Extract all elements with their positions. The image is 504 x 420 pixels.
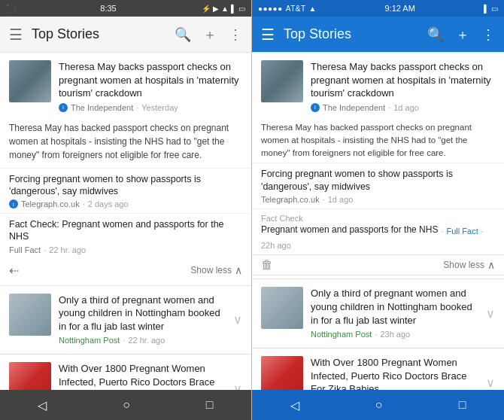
full-fact-link[interactable]: Full Fact [447, 227, 478, 236]
menu-icon-right[interactable]: ☰ [258, 23, 278, 47]
sub-story-1[interactable]: Forcing pregnant women to show passports… [0, 168, 251, 214]
story-group-1: Theresa May backs passport checks on pre… [0, 53, 251, 286]
story-thumb-lavrov [9, 60, 51, 102]
factcheck-title-right: Pregnant women and passports for the NHS [261, 224, 438, 236]
flu-source-right: Nottingham Post [311, 330, 372, 339]
story-content-right-1: Theresa May backs passport checks on pre… [311, 60, 495, 114]
main-story-1[interactable]: Theresa May backs passport checks on pre… [0, 53, 251, 121]
more-icon[interactable]: ⋮ [226, 23, 245, 46]
show-less-row[interactable]: Show less ∧ [190, 264, 242, 276]
chevron-down-flu-right[interactable]: ∨ [486, 306, 495, 321]
source-icon-right-1: i [311, 103, 320, 112]
sub-meta-right-1: Telegraph.co.uk · 1d ago [261, 195, 495, 204]
show-less-text: Show less [190, 265, 232, 275]
status-right-icons-left: ⚡ ▶ ▲ ▌ ▭ [202, 5, 245, 13]
app-bar-right: ☰ Top Stories 🔍 ＋ ⋮ [252, 17, 504, 53]
show-less-container-right: 🗑 Show less ∧ [252, 254, 504, 275]
zika-title-right: With Over 1800 Pregnant Women Infected, … [311, 356, 478, 390]
trash-icon[interactable]: 🗑 [261, 258, 273, 272]
main-story-right-1[interactable]: Theresa May backs passport checks on pre… [252, 53, 504, 121]
standalone-zika-right[interactable]: With Over 1800 Pregnant Women Infected, … [252, 348, 504, 390]
flu-meta-right: Nottingham Post · 23h ago [311, 330, 478, 339]
status-bar-right: ●●●●● AT&T ▲ 9:12 AM ▌ ▭ [252, 0, 504, 17]
home-button-right[interactable]: ○ [363, 392, 395, 418]
nav-bar-right: ◁ ○ □ [252, 390, 504, 420]
signal-right-icon: ▌ [484, 5, 489, 13]
menu-icon[interactable]: ☰ [6, 23, 26, 47]
sub-story-right-2[interactable]: Fact Check Pregnant women and passports … [252, 208, 504, 255]
standalone-flu[interactable]: Only a third of pregnant women and young… [0, 286, 251, 355]
story-title-1: Theresa May backs passport checks on pre… [59, 60, 242, 100]
back-button-left[interactable]: ◁ [26, 392, 59, 418]
home-button-left[interactable]: ○ [111, 392, 142, 418]
sub-meta-1: i Telegraph.co.uk · 2 days ago [9, 199, 242, 208]
sub-title-1: Forcing pregnant women to show passports… [9, 173, 242, 198]
sub-story-2[interactable]: Fact Check: Pregnant women and passports… [0, 213, 251, 259]
app-bar-actions-right: 🔍 ＋ ⋮ [424, 23, 498, 47]
more-icon-right[interactable]: ⋮ [478, 23, 498, 46]
square-button-right[interactable]: □ [447, 392, 478, 418]
content-left: Theresa May backs passport checks on pre… [0, 53, 251, 390]
app-title-left: Top Stories [32, 26, 172, 42]
source-name-1: The Independent [71, 103, 133, 112]
battery-right-icon: ▭ [491, 5, 498, 13]
story-body-right-1: Theresa May has backed passport checks o… [252, 121, 504, 163]
story-thumb-lavrov-right [261, 60, 303, 102]
sub-title-right-1: Forcing pregnant women to show passports… [261, 168, 495, 193]
show-less-right[interactable]: Show less ∧ [443, 259, 495, 271]
factcheck-label: Fact Check [261, 214, 303, 223]
story-time-right-1: 1d ago [393, 103, 419, 112]
thumb-flu-right [261, 287, 303, 329]
standalone-zika[interactable]: With Over 1800 Pregnant Women Infected, … [0, 355, 251, 390]
nav-bar-left: ◁ ○ □ [0, 390, 251, 420]
carrier-name: AT&T [286, 5, 306, 13]
thumb-zika-right [261, 356, 303, 390]
app-bar-left: ☰ Top Stories 🔍 ＋ ⋮ [0, 17, 251, 53]
signal-icon: ▌ [231, 5, 236, 13]
content-right: Theresa May backs passport checks on pre… [252, 53, 504, 390]
chevron-down-zika-right[interactable]: ∨ [486, 376, 495, 390]
add-icon[interactable]: ＋ [200, 23, 220, 47]
status-right-icons-right: ▌ ▭ [484, 5, 498, 13]
left-panel: ⬛ 8:35 ⚡ ▶ ▲ ▌ ▭ ☰ Top Stories 🔍 ＋ ⋮ The… [0, 0, 252, 420]
carrier-text: ●●●●● [258, 5, 283, 13]
square-button-left[interactable]: □ [194, 392, 226, 418]
time-right: 9:12 AM [384, 4, 414, 13]
time-left: 8:35 [100, 4, 116, 13]
sub-story-right-1[interactable]: Forcing pregnant women to show passports… [252, 163, 504, 208]
source-name-right-1: The Independent [323, 103, 385, 112]
story-group-right-1: Theresa May backs passport checks on pre… [252, 53, 504, 279]
chevron-down-zika[interactable]: ∨ [233, 382, 242, 390]
app-bar-actions-left: 🔍 ＋ ⋮ [172, 23, 245, 47]
search-icon-right[interactable]: 🔍 [424, 23, 447, 46]
share-icon[interactable]: ⇠ [9, 263, 19, 278]
flu-title-right: Only a third of pregnant women and young… [311, 287, 478, 327]
sub-meta-2: Full Fact · 22 hr. ago [9, 245, 242, 254]
right-panel: ●●●●● AT&T ▲ 9:12 AM ▌ ▭ ☰ Top Stories 🔍… [252, 0, 504, 420]
chevron-down-flu[interactable]: ∨ [233, 312, 242, 327]
notification-icon: ⬛ [6, 5, 15, 13]
sub-source-icon-1: i [9, 199, 18, 208]
zika-content-right: With Over 1800 Pregnant Women Infected, … [311, 356, 478, 390]
app-title-right: Top Stories [284, 26, 424, 42]
story-title-right-1: Theresa May backs passport checks on pre… [311, 60, 495, 100]
wifi-icon: ▲ [221, 5, 229, 13]
story-body-1: Theresa May has backed passport checks o… [0, 121, 251, 168]
battery-icon: ▭ [238, 5, 245, 13]
wifi-icon-right: ▲ [309, 5, 317, 13]
zika-content: With Over 1800 Pregnant Women Infected, … [59, 362, 226, 390]
status-left-icons: ⬛ [6, 5, 15, 13]
standalone-flu-right[interactable]: Only a third of pregnant women and young… [252, 279, 504, 348]
flu-content-right: Only a third of pregnant women and young… [311, 287, 478, 340]
status-bar-left: ⬛ 8:35 ⚡ ▶ ▲ ▌ ▭ [0, 0, 251, 17]
search-icon[interactable]: 🔍 [172, 23, 194, 46]
story-meta-1: i The Independent · Yesterday [59, 103, 242, 112]
status-left-right: ●●●●● AT&T ▲ [258, 5, 316, 13]
show-less-text-right: Show less [443, 260, 484, 270]
bluetooth-icon: ⚡ [202, 5, 211, 13]
flu-content: Only a third of pregnant women and young… [59, 294, 226, 347]
sub-title-2: Fact Check: Pregnant women and passports… [9, 218, 242, 243]
add-icon-right[interactable]: ＋ [453, 23, 472, 47]
back-button-right[interactable]: ◁ [278, 392, 311, 418]
thumb-flu [9, 294, 51, 336]
